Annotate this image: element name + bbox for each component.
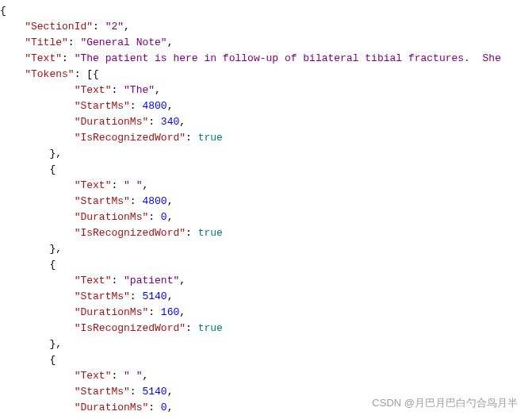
val-tok1-start: 4800 — [142, 195, 166, 207]
key-tok1-dur: "DurationMs" — [75, 211, 149, 223]
val-tok3-text: " " — [124, 370, 142, 382]
val-sectionid: "2" — [105, 21, 124, 33]
val-tok0-start: 4800 — [142, 100, 166, 112]
val-title: "General Note" — [80, 37, 166, 48]
key-sectionid: "SectionId" — [25, 21, 93, 33]
key-tok1-start: "StartMs" — [75, 195, 130, 207]
val-tok1-dur: 0 — [161, 211, 167, 223]
val-tok2-dur: 160 — [161, 306, 179, 318]
key-tok0-dur: "DurationMs" — [75, 116, 149, 128]
key-tok3-text: "Text" — [75, 370, 112, 382]
val-tok0-dur: 340 — [161, 116, 179, 128]
key-tok0-start: "StartMs" — [75, 100, 130, 112]
val-tok2-rec: true — [198, 322, 223, 334]
val-tok0-text: "The" — [124, 84, 155, 96]
json-code-block: { "SectionId": "2", "Title": "General No… — [0, 0, 532, 419]
val-tok1-rec: true — [198, 227, 223, 239]
val-tok2-text: "patient" — [124, 275, 179, 286]
key-tokens: "Tokens" — [25, 68, 74, 80]
val-tok2-start: 5140 — [142, 290, 166, 302]
key-tok3-start: "StartMs" — [75, 386, 130, 398]
key-title: "Title" — [25, 37, 68, 48]
key-tok0-text: "Text" — [75, 84, 112, 96]
key-tok2-rec: "IsRecognizedWord" — [75, 322, 186, 334]
val-tok3-dur: 0 — [161, 402, 167, 413]
val-tok3-start: 5140 — [142, 386, 166, 398]
key-text: "Text" — [25, 52, 62, 64]
key-tok2-dur: "DurationMs" — [75, 306, 149, 318]
key-tok2-text: "Text" — [75, 275, 112, 286]
key-tok2-start: "StartMs" — [75, 290, 130, 302]
watermark-text: CSDN @月巴月巴白勺合鸟月半 — [372, 395, 518, 411]
key-tok1-text: "Text" — [75, 179, 112, 191]
val-text: "The patient is here in follow-up of bil… — [75, 52, 501, 64]
key-tok3-dur: "DurationMs" — [75, 402, 149, 413]
key-tok1-rec: "IsRecognizedWord" — [75, 227, 186, 239]
val-tok0-rec: true — [198, 132, 223, 144]
key-tok0-rec: "IsRecognizedWord" — [75, 132, 186, 144]
val-tok1-text: " " — [124, 179, 142, 191]
